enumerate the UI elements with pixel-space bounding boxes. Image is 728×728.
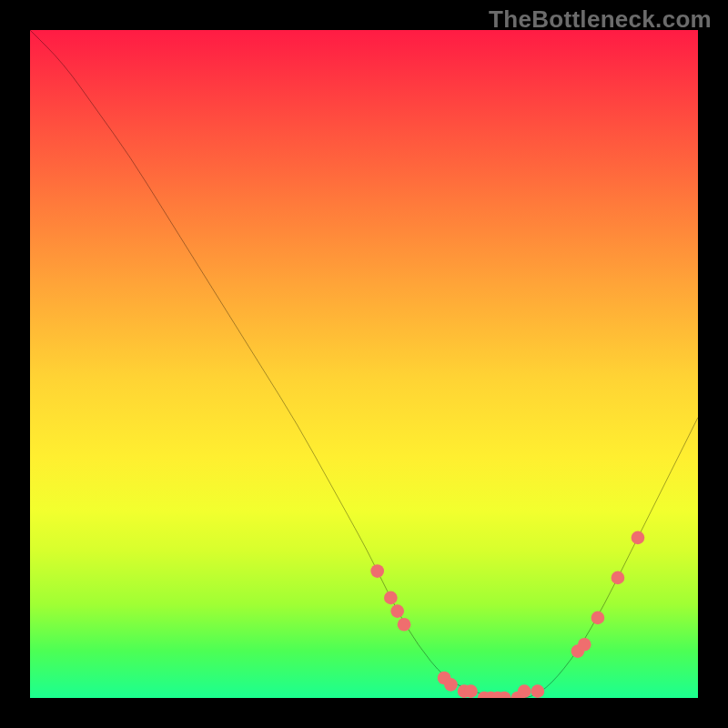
plot-area [30,30,698,698]
chart-svg [30,30,698,698]
data-marker [398,618,411,632]
chart-stage: TheBottleneck.com [0,0,728,728]
curve-layer [30,30,698,698]
data-marker [384,592,398,605]
data-marker [444,678,458,692]
data-marker [518,684,531,698]
data-marker [370,564,384,578]
bottleneck-curve [30,30,698,698]
data-marker [592,612,605,625]
data-marker [578,638,592,652]
data-marker [390,604,404,618]
marker-layer [370,531,644,699]
data-marker [531,684,545,698]
data-marker [464,684,478,698]
data-marker [612,571,625,585]
data-marker [632,531,645,545]
